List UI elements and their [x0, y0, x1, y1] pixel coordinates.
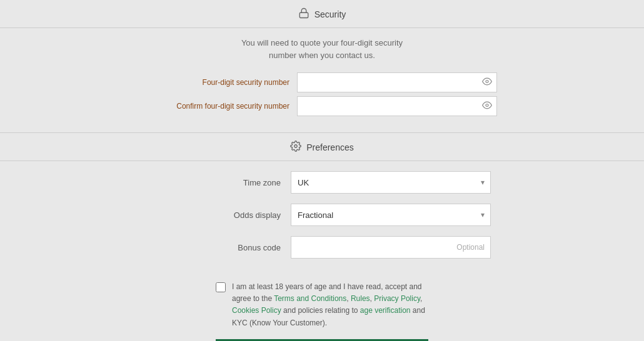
security-description: You will need to quote your four-digit s… — [0, 28, 644, 72]
checkbox-container: I am at least 18 years of age and I have… — [216, 281, 428, 329]
confirm-security-input-wrapper — [297, 96, 497, 116]
bonus-input[interactable] — [291, 236, 491, 259]
confirm-security-label: Confirm four-digit security number — [147, 102, 297, 111]
privacy-policy-link[interactable]: Privacy Policy — [374, 294, 420, 303]
security-title: Security — [314, 9, 346, 19]
preferences-form: Time zone UK UTC US/Eastern US/Pacific E… — [0, 161, 644, 275]
terms-text: I am at least 18 years of age and I have… — [232, 281, 428, 329]
security-number-input[interactable] — [297, 72, 497, 92]
bonus-row: Bonus code Optional — [0, 236, 644, 259]
odds-row: Odds display Fractional Decimal American… — [0, 204, 644, 226]
security-number-label: Four-digit security number — [147, 78, 297, 87]
odds-select-wrapper: Fractional Decimal American ▾ — [291, 204, 491, 226]
security-number-input-wrapper — [297, 72, 497, 92]
terms-conditions-link[interactable]: Terms and Conditions — [274, 294, 346, 303]
lock-icon — [298, 7, 309, 21]
odds-select[interactable]: Fractional Decimal American — [291, 204, 491, 226]
security-form: Four-digit security number Confirm four-… — [0, 72, 644, 126]
timezone-row: Time zone UK UTC US/Eastern US/Pacific E… — [0, 171, 644, 194]
confirm-security-input[interactable] — [297, 96, 497, 116]
confirm-security-row: Confirm four-digit security number — [0, 96, 644, 116]
age-verification-link[interactable]: age verification — [360, 306, 411, 315]
cookies-policy-link[interactable]: Cookies Policy — [232, 306, 281, 315]
bonus-input-wrapper: Optional — [291, 236, 491, 259]
timezone-select[interactable]: UK UTC US/Eastern US/Pacific Europe/Pari… — [291, 171, 491, 194]
terms-area: I am at least 18 years of age and I have… — [0, 281, 644, 329]
security-number-row: Four-digit security number — [0, 72, 644, 92]
rules-link[interactable]: Rules — [351, 294, 370, 303]
security-section-header: Security — [0, 0, 644, 28]
page-wrapper: Security You will need to quote your fou… — [0, 0, 644, 341]
svg-point-3 — [294, 145, 298, 148]
svg-rect-0 — [299, 12, 308, 17]
preferences-title: Preferences — [306, 142, 353, 152]
bonus-label: Bonus code — [153, 243, 291, 252]
gear-icon — [290, 141, 301, 154]
preferences-section-header: Preferences — [0, 133, 644, 161]
odds-label: Odds display — [153, 210, 291, 220]
timezone-label: Time zone — [153, 178, 291, 187]
timezone-select-wrapper: UK UTC US/Eastern US/Pacific Europe/Pari… — [291, 171, 491, 194]
terms-checkbox[interactable] — [216, 282, 226, 292]
